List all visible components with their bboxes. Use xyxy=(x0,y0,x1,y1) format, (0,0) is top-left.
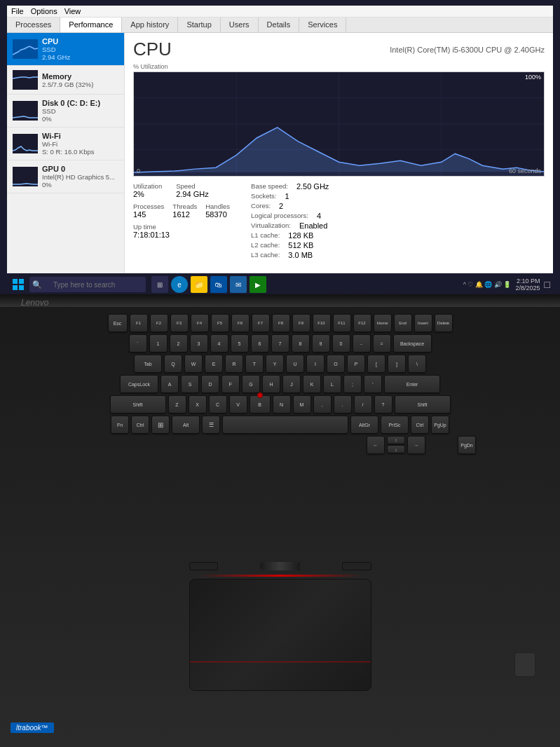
key-fn10[interactable]: F10 xyxy=(313,314,331,332)
start-button[interactable] xyxy=(10,276,27,293)
key-v[interactable]: V xyxy=(229,395,247,413)
key-fn4[interactable]: F4 xyxy=(191,314,209,332)
mail-icon[interactable]: ✉ xyxy=(230,276,247,293)
key-period[interactable]: . xyxy=(334,395,352,413)
key-compose[interactable]: ☰ xyxy=(202,416,220,434)
key-fn7[interactable]: F7 xyxy=(252,314,270,332)
key-win[interactable]: ⊞ xyxy=(151,416,170,434)
menu-file[interactable]: File xyxy=(11,7,24,15)
key-prtsc[interactable]: PrtSc xyxy=(381,416,409,434)
key-capslock[interactable]: CapsLock xyxy=(120,375,158,393)
key-arrow-down[interactable]: ↓ xyxy=(387,445,405,453)
search-bar[interactable]: 🔍 xyxy=(29,277,146,292)
key-arrow-up[interactable]: ↑ xyxy=(387,436,405,444)
touchpad-left-button[interactable] xyxy=(189,562,218,570)
key-b-with-trackpoint[interactable]: B xyxy=(250,395,271,413)
key-pgdn[interactable]: PgDn xyxy=(458,436,476,454)
sidebar-item-memory[interactable]: Memory 2.5/7.9 GB (32%) xyxy=(7,66,124,95)
key-fn12[interactable]: F12 xyxy=(353,314,371,332)
key-a[interactable]: A xyxy=(161,375,179,393)
key-semicolon[interactable]: ; xyxy=(343,375,362,393)
key-insert[interactable]: Insert xyxy=(414,314,432,332)
key-n[interactable]: N xyxy=(273,395,291,413)
key-m[interactable]: M xyxy=(293,395,311,413)
key-quote[interactable]: ' xyxy=(364,375,382,393)
key-g[interactable]: G xyxy=(242,375,260,393)
key-5[interactable]: 5 xyxy=(231,334,249,352)
key-j[interactable]: J xyxy=(282,375,301,393)
key-7[interactable]: 7 xyxy=(271,334,289,352)
key-space[interactable] xyxy=(222,416,348,434)
tab-users[interactable]: Users xyxy=(221,18,259,32)
key-p[interactable]: P xyxy=(347,355,365,373)
key-k[interactable]: K xyxy=(303,375,321,393)
key-fn11[interactable]: F11 xyxy=(333,314,351,332)
key-ctrl-right[interactable]: Ctrl xyxy=(411,416,429,434)
key-6[interactable]: 6 xyxy=(251,334,269,352)
key-backspace[interactable]: Backspace xyxy=(393,334,432,352)
key-alt-left[interactable]: Alt xyxy=(172,416,200,434)
key-4[interactable]: 4 xyxy=(210,334,228,352)
key-esc[interactable]: Esc xyxy=(108,314,128,332)
key-fn[interactable]: Fn xyxy=(111,416,129,434)
key-fn1[interactable]: F1 xyxy=(130,314,148,332)
key-2[interactable]: 2 xyxy=(170,334,188,352)
key-pgup[interactable]: PgUp xyxy=(431,416,449,434)
key-r[interactable]: R xyxy=(225,355,243,373)
tab-startup[interactable]: Startup xyxy=(178,18,220,32)
key-1[interactable]: 1 xyxy=(149,334,168,352)
key-arrow-right[interactable]: → xyxy=(407,436,425,454)
key-l[interactable]: L xyxy=(323,375,341,393)
fingerprint-reader[interactable] xyxy=(514,652,535,677)
sidebar-item-gpu[interactable]: GPU 0 Intel(R) HD Graphics 5... 0% xyxy=(7,160,124,193)
key-z[interactable]: Z xyxy=(168,395,186,413)
taskview-icon[interactable]: ⊞ xyxy=(151,276,168,293)
tab-performance[interactable]: Performance xyxy=(60,18,122,32)
key-0[interactable]: 0 xyxy=(332,334,350,352)
key-x[interactable]: X xyxy=(189,395,207,413)
key-altgr[interactable]: AltGr xyxy=(350,416,378,434)
search-input[interactable] xyxy=(48,277,146,292)
notification-icon[interactable]: □ xyxy=(545,279,550,290)
key-shift-left[interactable]: Shift xyxy=(110,395,166,413)
app-icon-green[interactable]: ▶ xyxy=(250,276,266,293)
key-t[interactable]: T xyxy=(245,355,264,373)
key-fn3[interactable]: F3 xyxy=(170,314,189,332)
key-d[interactable]: D xyxy=(201,375,219,393)
key-end[interactable]: End xyxy=(394,314,412,332)
key-lbracket[interactable]: [ xyxy=(367,355,385,373)
key-w[interactable]: W xyxy=(184,355,203,373)
key-question[interactable]: ? xyxy=(374,395,392,413)
key-arrow-left[interactable]: ← xyxy=(367,436,385,454)
key-f[interactable]: F xyxy=(221,375,240,393)
key-comma[interactable]: , xyxy=(313,395,332,413)
key-i[interactable]: I xyxy=(306,355,325,373)
key-minus[interactable]: - xyxy=(353,334,371,352)
key-delete[interactable]: Delete xyxy=(435,314,453,332)
key-home[interactable]: Home xyxy=(374,314,392,332)
tab-processes[interactable]: Processes xyxy=(7,18,60,32)
sidebar-item-cpu[interactable]: CPU SSD 2.94 GHz xyxy=(7,33,124,66)
key-h[interactable]: H xyxy=(262,375,280,393)
tab-details[interactable]: Details xyxy=(259,18,300,32)
key-y[interactable]: Y xyxy=(266,355,284,373)
tab-app-history[interactable]: App history xyxy=(122,18,178,32)
key-fn2[interactable]: F2 xyxy=(150,314,168,332)
key-8[interactable]: 8 xyxy=(292,334,310,352)
key-rbracket[interactable]: ] xyxy=(388,355,406,373)
key-slash[interactable]: / xyxy=(354,395,372,413)
trackpoint[interactable] xyxy=(257,392,263,398)
key-c[interactable]: C xyxy=(209,395,227,413)
key-equals[interactable]: = xyxy=(373,334,391,352)
tab-services[interactable]: Services xyxy=(299,18,346,32)
key-backtick[interactable]: ` xyxy=(129,334,147,352)
sidebar-item-wifi[interactable]: Wi-Fi Wi-Fi S: 0 R: 16.0 Kbps xyxy=(7,128,124,160)
key-3[interactable]: 3 xyxy=(190,334,208,352)
key-backslash[interactable]: \ xyxy=(408,355,426,373)
explorer-icon[interactable]: 📁 xyxy=(191,276,207,293)
menu-view[interactable]: View xyxy=(64,7,81,15)
key-fn9[interactable]: F9 xyxy=(292,314,310,332)
key-enter[interactable]: Enter xyxy=(384,375,440,393)
touchpad-right-button[interactable] xyxy=(342,562,371,570)
key-fn8[interactable]: F8 xyxy=(272,314,290,332)
